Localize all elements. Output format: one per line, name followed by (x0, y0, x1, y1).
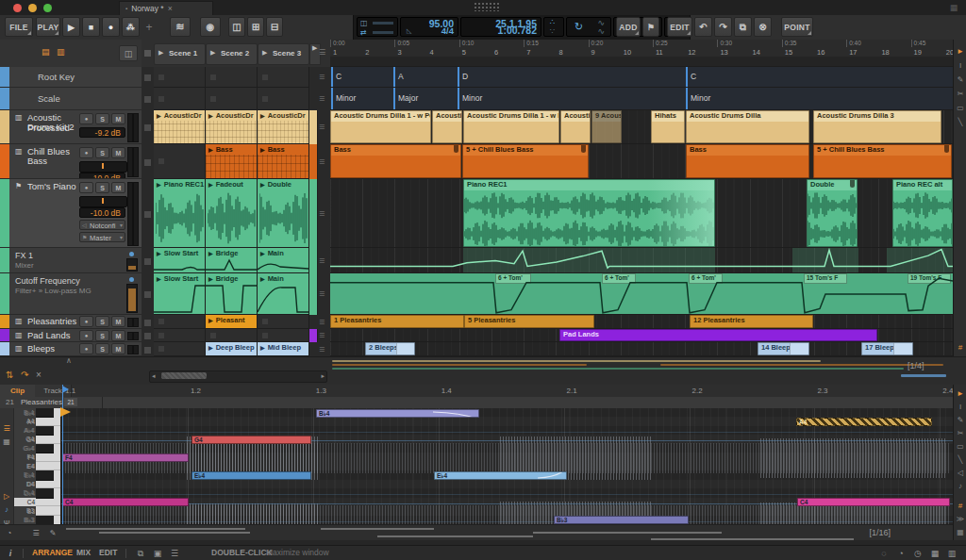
lanes-icon[interactable]: ☰ (1, 422, 12, 434)
record-button[interactable]: ● (102, 17, 120, 37)
automation-active-dot[interactable] (129, 252, 134, 256)
launcher-clip[interactable]: ▶Pleasant (206, 315, 258, 329)
panel-arrange-toggle[interactable]: ◫ (228, 17, 245, 37)
mute-button[interactable]: M (111, 147, 125, 158)
mute-button[interactable]: M (111, 330, 125, 341)
empty-clip-slot[interactable] (258, 67, 309, 88)
arranger-clip[interactable]: Acoustic Drums Dilla 1 - w Perc (330, 110, 431, 143)
key-marker-label[interactable]: A (398, 72, 404, 81)
piano-key-white[interactable] (36, 453, 60, 461)
arranger-clip[interactable]: 17 Bleeps (861, 342, 913, 355)
delete-button[interactable]: ⊗ (754, 17, 772, 37)
clip-stop-button[interactable] (144, 96, 151, 103)
drums-row[interactable]: Acoustic Drums Dilla 1 - w PercAcoustic … (330, 110, 953, 144)
knife-tool[interactable]: ✂ (955, 427, 966, 439)
empty-clip-slot[interactable] (154, 67, 206, 88)
piano-icon[interactable]: ▥ (945, 548, 958, 559)
scroll-left-arrow[interactable]: ◂ (152, 372, 156, 380)
pan-box[interactable] (79, 161, 127, 173)
launcher-clip[interactable]: ▶AcousticDr (154, 110, 206, 144)
ibeam-tool[interactable]: I (955, 401, 966, 413)
line-tool[interactable]: ╲ (955, 116, 966, 128)
undo-button[interactable]: ↶ (694, 17, 712, 37)
arranger-clip[interactable]: Piano REC1 (463, 179, 715, 247)
dub-button[interactable]: ◉ (200, 17, 221, 37)
midi-note[interactable]: G4 (192, 436, 311, 444)
audition-tool[interactable]: ◁ (955, 467, 966, 479)
position-cell[interactable]: 25.1.1.95 1:00.782 (460, 17, 541, 37)
piano-keybed[interactable] (36, 408, 61, 524)
launcher-h-scrollbar[interactable]: ◂▸ (149, 371, 327, 383)
marker-flag-button[interactable]: ⚑ (642, 17, 659, 37)
mixer-icon[interactable]: ☰ (30, 527, 42, 538)
arranger-clip[interactable]: 9 Acoustic (591, 110, 622, 143)
launcher-view-icon[interactable]: ▤ (42, 47, 50, 57)
volume-readout[interactable]: -10.0 dB (79, 207, 125, 218)
key-marker-label[interactable]: C (691, 72, 696, 81)
scale-lane[interactable]: MinorMajorMinorMinor (330, 88, 953, 110)
arranger-ruler[interactable]: 0:000:050:100:150:200:250:300:350:400:45… (330, 40, 953, 58)
empty-clip-slot[interactable] (154, 329, 206, 342)
arranger-clip[interactable]: Bass (686, 144, 809, 178)
editor-grid-label[interactable]: [1/16] (869, 528, 891, 537)
arranger-clip[interactable]: 5 + Chill Blues Bass (813, 144, 952, 178)
launcher-clip[interactable]: ▶Piano REC1 (154, 179, 206, 248)
mute-button[interactable]: M (111, 316, 125, 327)
cutoff-automation-row[interactable]: 6 + Tom'6 + Tom'6 + Tom'15 Tom's F19 Tom… (330, 273, 953, 315)
root-key-lane[interactable]: CADC (330, 67, 953, 88)
track-row-fx-1[interactable]: FX 1Mixer (0, 248, 142, 273)
add-button[interactable]: ADD (616, 17, 641, 37)
arranger-clip[interactable]: Pad Lands (559, 329, 877, 341)
eraser-tool[interactable]: ▭ (955, 440, 966, 453)
pad-lands-row[interactable]: Pad Lands (330, 329, 953, 342)
arranger-clip[interactable]: 2 Bleeps (365, 342, 415, 355)
track-row-scale[interactable]: Scale (0, 88, 142, 110)
solo-button[interactable]: S (95, 316, 109, 327)
solo-button[interactable]: S (95, 330, 109, 341)
scale-marker-label[interactable]: Minor (462, 93, 482, 103)
empty-clip-slot[interactable] (206, 67, 258, 88)
track-row-acoustic-drums-kit-2[interactable]: ▥Acoustic Drums Kit 2Processed●SM-9.2 dB (0, 110, 142, 144)
record-arm-button[interactable]: ● (79, 113, 93, 124)
pointer-tool[interactable]: ► (955, 387, 966, 400)
pen-tool[interactable]: ✎ (955, 74, 966, 86)
automation-write-button[interactable]: ⁂ (122, 17, 140, 37)
dial-icon[interactable]: ◔ (4, 527, 15, 538)
note-input-icon[interactable]: ♪ (1, 503, 12, 515)
launcher-clip-partial[interactable] (309, 110, 318, 144)
pen-tool[interactable]: ✎ (955, 414, 966, 426)
midi-note[interactable]: E♭4 (434, 471, 567, 480)
project-tab[interactable]: ▪ Norway * × (119, 1, 213, 15)
mute-button[interactable]: M (111, 182, 125, 193)
midi-note[interactable]: C4 (797, 498, 950, 506)
editor-ruler[interactable] (0, 385, 953, 398)
piano-key-white[interactable] (36, 435, 60, 443)
play-button[interactable]: ▶ (62, 17, 80, 37)
launcher-clip[interactable]: ▶Main (258, 273, 309, 315)
midi-note[interactable]: B♭4 (316, 409, 479, 418)
record-arm-button[interactable]: ● (79, 343, 93, 354)
empty-clip-slot[interactable] (154, 342, 206, 356)
arranger-clip[interactable]: 14 Bleeps (758, 342, 809, 355)
empty-clip-slot[interactable] (258, 88, 309, 110)
window-grip-icon[interactable] (474, 2, 500, 11)
launcher-clip[interactable]: ▶Double (258, 179, 309, 248)
track-row-cutoff-frequency[interactable]: Cutoff FrequencyFilter+ » Low-pass MG (0, 273, 142, 315)
arranger-clip[interactable]: Acoustic Drums Dilla 3 (813, 110, 941, 143)
search-icon[interactable]: ◌ (877, 548, 891, 559)
dial-icon[interactable]: ◔ (894, 548, 908, 559)
arranger-clip[interactable]: Double (807, 179, 858, 247)
clip-stop-button[interactable] (144, 211, 151, 218)
punch-in-icon[interactable]: ∴ (550, 18, 555, 26)
track-row-bleeps[interactable]: ▥Bleeps●SM (0, 342, 142, 356)
ibeam-tool[interactable]: I (955, 59, 966, 72)
traffic-minimize-button[interactable] (28, 4, 37, 12)
arranger-clip[interactable]: 5 Pleasantries (464, 315, 594, 328)
midi-note[interactable]: E♭4 (192, 471, 311, 480)
pencil-icon[interactable]: ✎ (47, 527, 58, 538)
arranger-clip[interactable]: Piano REC alt (892, 179, 953, 247)
launcher-clip[interactable]: ▶Slow Start (154, 248, 206, 273)
panel-detail-toggle[interactable]: ⊞ (247, 17, 264, 37)
file-button[interactable]: FILE (5, 17, 33, 37)
scale-marker-label[interactable]: Minor (336, 93, 356, 103)
